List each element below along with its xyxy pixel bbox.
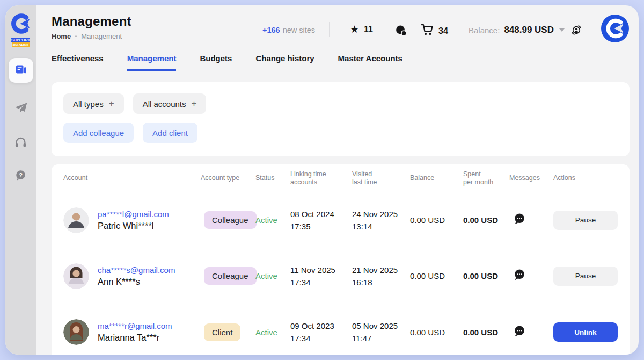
account-identity: pa*****l@gmail.com Patric Whi****l (98, 210, 169, 231)
sidebar-item-support[interactable] (14, 135, 27, 151)
linking-time-cell: 09 Oct 202317:34 (290, 320, 352, 344)
visited-time-cell: 21 Nov 202516:18 (352, 264, 410, 289)
filters-panel: All types + All accounts + Add colleague… (52, 82, 630, 156)
tab-management[interactable]: Management (127, 54, 177, 71)
switch-account-icon (570, 24, 583, 39)
account-email[interactable]: cha*****s@gmail.com (98, 265, 175, 275)
balance-value: 848.99 USD (504, 25, 554, 35)
avatar (63, 319, 89, 345)
main-content: Management Home Management +166 new site… (36, 5, 639, 355)
tab-effectiveness[interactable]: Effectiveness (52, 54, 104, 71)
sidebar-item-send[interactable] (14, 101, 28, 117)
filter-all-types-label: All types (73, 99, 104, 109)
cart-count: 34 (438, 26, 448, 36)
table-row: ma*****r@gmail.com Marianna Ta***r Clien… (63, 304, 618, 355)
table-row: cha*****s@gmail.com Ann K****s Colleague… (63, 248, 618, 304)
message-button[interactable] (513, 212, 553, 228)
status-label: Active (255, 215, 290, 225)
tab-budgets[interactable]: Budgets (200, 54, 232, 71)
message-button[interactable] (513, 325, 553, 340)
table-row: pa*****l@gmail.com Patric Whi****l Colle… (63, 192, 618, 248)
account-type-badge: Client (204, 323, 240, 341)
visited-time-cell: 05 Nov 202511:47 (352, 320, 410, 344)
switch-account-button[interactable] (570, 24, 583, 39)
account-cell: pa*****l@gmail.com Patric Whi****l (63, 207, 201, 233)
new-sites-count: +166 (262, 26, 280, 34)
tab-bar: Effectiveness Management Budgets Change … (52, 54, 630, 71)
account-identity: ma*****r@gmail.com Marianna Ta***r (98, 321, 172, 343)
balance-cell: 0.00 USD (410, 271, 463, 280)
account-name: Patric Whi****l (98, 221, 169, 231)
app-window: SUPPORT UKRAINE (5, 5, 639, 355)
filter-all-accounts-label: All accounts (143, 99, 186, 109)
account-cell: ma*****r@gmail.com Marianna Ta***r (63, 319, 201, 345)
column-header-account: Account (63, 174, 201, 182)
spent-cell: 0.00 USD (463, 328, 509, 337)
breadcrumb: Home Management (52, 32, 131, 40)
column-header-spent: Spentper month (463, 170, 509, 186)
accounts-table: Account Account type Status Linking time… (52, 164, 630, 355)
message-bubble-icon (513, 325, 526, 340)
breadcrumb-separator (75, 35, 77, 37)
paper-plane-icon (14, 101, 28, 117)
account-type-badge: Colleague (204, 267, 257, 285)
balance-label: Balance: (469, 26, 500, 35)
sidebar: SUPPORT UKRAINE (5, 5, 36, 355)
user-avatar[interactable] (601, 14, 630, 43)
filter-all-accounts[interactable]: All accounts + (133, 93, 207, 114)
balance-cell: 0.00 USD (410, 215, 463, 225)
cart-counter[interactable]: 34 (421, 24, 448, 38)
linking-time-cell: 11 Nov 202517:34 (290, 264, 352, 289)
page-header: Management Home Management +166 new site… (52, 5, 630, 52)
account-email[interactable]: ma*****r@gmail.com (98, 321, 172, 330)
spent-cell: 0.00 USD (463, 271, 509, 280)
tab-master-accounts[interactable]: Master Accounts (338, 54, 402, 71)
cart-icon (421, 24, 434, 38)
support-ukraine-line1: SUPPORT (11, 38, 30, 42)
chat-icon (395, 25, 407, 39)
visited-time-cell: 24 Nov 202513:14 (352, 208, 410, 233)
page-title: Management (52, 14, 131, 29)
message-button[interactable] (513, 268, 553, 284)
sidebar-item-help[interactable]: ? (14, 169, 27, 184)
unlink-button[interactable]: Unlink (553, 322, 618, 342)
column-header-actions: Actions (553, 174, 618, 182)
message-bubble-icon (513, 212, 526, 228)
message-bubble-icon (513, 268, 526, 284)
chats-button[interactable] (395, 25, 407, 39)
app-logo-icon (10, 13, 32, 37)
add-client-label: Add client (152, 128, 188, 138)
sidebar-item-management[interactable] (9, 58, 33, 83)
add-client-button[interactable]: Add client (143, 123, 197, 143)
linking-time-cell: 08 Oct 202417:35 (290, 208, 352, 233)
plus-icon: + (109, 98, 114, 109)
column-header-account-type: Account type (201, 174, 255, 182)
chevron-down-icon (559, 28, 565, 32)
balance-cell: 0.00 USD (410, 328, 463, 337)
support-ukraine-badge[interactable]: SUPPORT UKRAINE (9, 38, 33, 47)
add-colleague-label: Add colleague (73, 128, 124, 138)
pause-button[interactable]: Pause (553, 211, 618, 230)
account-name: Ann K****s (98, 277, 175, 287)
filter-all-types[interactable]: All types + (63, 93, 124, 114)
favorites-count: 11 (364, 25, 373, 34)
pause-button[interactable]: Pause (553, 267, 618, 286)
status-label: Active (255, 328, 290, 337)
new-sites-link[interactable]: +166 new sites (262, 26, 315, 34)
status-label: Active (255, 271, 290, 280)
sidebar-logo[interactable]: SUPPORT UKRAINE (9, 13, 33, 47)
news-icon (14, 63, 27, 78)
headphones-icon (14, 135, 27, 151)
account-identity: cha*****s@gmail.com Ann K****s (98, 265, 175, 287)
column-header-linking-time: Linking timeaccounts (290, 170, 352, 186)
tab-change-history[interactable]: Change history (255, 54, 314, 71)
column-header-balance: Balance (410, 174, 463, 182)
favorites-counter[interactable]: ★ 11 (350, 24, 373, 34)
plus-icon: + (192, 98, 197, 109)
breadcrumb-home[interactable]: Home (52, 32, 71, 40)
account-email[interactable]: pa*****l@gmail.com (98, 210, 169, 219)
breadcrumb-current: Management (81, 32, 122, 40)
svg-text:?: ? (19, 172, 23, 178)
add-colleague-button[interactable]: Add colleague (63, 123, 134, 143)
balance-dropdown[interactable]: Balance: 848.99 USD (469, 25, 565, 35)
